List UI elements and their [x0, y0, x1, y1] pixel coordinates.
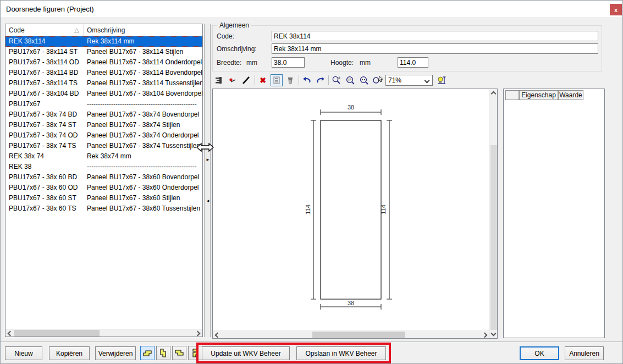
list-item[interactable]: PBU17x67 - 38x 74 TSPaneel BU17x67 - 38x…	[5, 141, 202, 151]
close-icon: x	[614, 7, 618, 13]
column-header-omschrijving[interactable]: Omschrijving	[84, 24, 202, 36]
profile-rotate-0-icon	[142, 349, 152, 357]
profile-rotate-180-button[interactable]	[172, 346, 186, 360]
profile-rotate-270-icon	[191, 348, 200, 358]
list-splitter[interactable]: ► ◄	[204, 24, 211, 337]
trash-button[interactable]	[284, 74, 296, 86]
zoom-level-select[interactable]: 71%	[385, 75, 433, 86]
column-header-code[interactable]: Code	[5, 24, 84, 36]
annuleren-button[interactable]: Annuleren	[565, 346, 604, 360]
property-header-waarde[interactable]: Waarde	[558, 90, 583, 100]
list-item[interactable]: PBU17x67 - 38x 74 ODPaneel BU17x67 - 38x…	[5, 130, 202, 141]
zoom-in-out-icon: ±	[332, 75, 341, 85]
list-item[interactable]: PBU17x67 - 38x 74 BDPaneel BU17x67 - 38x…	[5, 109, 202, 120]
property-header-eigenschap[interactable]: Eigenschap	[519, 90, 558, 100]
list-item[interactable]: REK 38----------------------------------…	[5, 162, 202, 172]
close-button[interactable]: x	[610, 4, 622, 15]
list-item[interactable]: REK 38x114Rek 38x114 mm	[5, 36, 202, 47]
redo-icon	[316, 76, 326, 85]
list-item[interactable]: PBU17x67 - 38x 60 STPaneel BU17x67 - 38x…	[5, 193, 202, 203]
list-item[interactable]: PBU17x67 - 38x114 ODPaneel BU17x67 - 38x…	[5, 57, 202, 68]
profile-rotate-90-icon	[159, 348, 168, 358]
canvas-hscroll-thumb[interactable]	[312, 332, 405, 338]
scroll-right-icon[interactable]	[195, 331, 201, 337]
canvas-horizontal-scrollbar[interactable]	[213, 330, 489, 338]
scroll-left-icon[interactable]	[8, 331, 13, 337]
undo-icon	[302, 76, 312, 85]
hoogte-label: Hoogte:	[330, 59, 354, 67]
code-input[interactable]	[272, 31, 598, 41]
waarde-header-label: Waarde	[559, 91, 582, 99]
hoogte-input[interactable]	[398, 57, 428, 68]
list-item[interactable]: PBU17x67 - 38x104 BDPaneel BU17x67 - 38x…	[5, 89, 202, 99]
chevron-down-icon	[424, 78, 430, 84]
list-item[interactable]: PBU17x67 - 38x 74 STPaneel BU17x67 - 38x…	[5, 120, 202, 130]
insert-point-button[interactable]	[227, 74, 239, 86]
list-item[interactable]: REK 38x 74Rek 38x74 mm	[5, 151, 202, 162]
breedte-label: Breedte:	[217, 59, 241, 67]
draw-pencil-button[interactable]	[240, 74, 252, 86]
breedte-unit: mm	[246, 59, 257, 67]
update-uit-wkv-beheer-button[interactable]: Update uit WKV Beheer	[202, 346, 290, 360]
list-item[interactable]: PBU17x67 - 38x114 BDPaneel BU17x67 - 38x…	[5, 68, 202, 78]
zoom-in-out-button[interactable]: ±	[330, 74, 343, 86]
dimension-visibility-button[interactable]	[435, 74, 448, 86]
trash-icon	[286, 76, 295, 85]
scroll-up-icon[interactable]	[491, 91, 497, 97]
canvas-vscroll-thumb[interactable]	[490, 145, 497, 330]
eigenschap-header-label: Eigenschap	[521, 91, 556, 99]
horizontal-resize-cursor	[196, 142, 214, 152]
delete-element-button[interactable]: ✖	[257, 74, 269, 86]
list-item[interactable]: PBU17x67 - 38x 60 BDPaneel BU17x67 - 38x…	[5, 172, 202, 183]
scroll-down-icon[interactable]	[491, 331, 497, 337]
svg-text:P: P	[349, 78, 351, 82]
profile-rotate-90-button[interactable]	[156, 346, 170, 360]
profile-button[interactable]	[213, 74, 225, 86]
toolbar-separator	[299, 75, 299, 85]
kopieren-button[interactable]: Kopiëren	[49, 346, 90, 360]
dimension-right-label: 114	[380, 205, 387, 214]
omschrijving-input[interactable]	[272, 43, 598, 54]
zoom-page-button[interactable]: P	[344, 74, 356, 86]
svg-text:±: ±	[338, 75, 340, 79]
breedte-input[interactable]	[272, 57, 305, 68]
profile-rotate-270-button[interactable]	[188, 346, 202, 360]
profile-rotate-0-button[interactable]	[140, 346, 155, 360]
list-item[interactable]: PBU17x67--------------------------------…	[5, 99, 202, 109]
property-header-blank[interactable]	[505, 90, 519, 100]
zoom-extents-icon	[359, 75, 369, 85]
ok-button[interactable]: OK	[520, 346, 559, 360]
column-header-omschrijving-label: Omschrijving	[87, 26, 125, 34]
insert-point-icon	[228, 76, 237, 85]
nieuw-button[interactable]: Nieuw	[5, 346, 42, 360]
list-item[interactable]: PBU17x67 - 38x114 STPaneel BU17x67 - 38x…	[5, 47, 202, 57]
window-title: Doorsnede figuren (Project)	[6, 5, 94, 13]
opslaan-in-wkv-beheer-button[interactable]: Opslaan in WKV Beheer	[296, 346, 386, 360]
zoom-window-button[interactable]	[372, 74, 384, 86]
splitter-expand-right-icon[interactable]: ►	[206, 157, 210, 162]
toolbar-separator	[328, 75, 329, 85]
list-horizontal-scrollbar[interactable]	[5, 329, 202, 337]
dimension-left-label: 114	[305, 205, 311, 214]
zoom-level-value: 71%	[388, 76, 401, 84]
redo-button[interactable]	[315, 74, 327, 86]
draw-pencil-icon	[242, 76, 251, 85]
list-item[interactable]: PBU17x67 - 38x114 TSPaneel BU17x67 - 38x…	[5, 78, 202, 89]
list-hscroll-thumb[interactable]	[14, 330, 100, 337]
undo-button[interactable]	[301, 74, 313, 86]
profile-rotate-180-icon	[174, 349, 184, 357]
toolbar-separator	[255, 75, 255, 85]
splitter-collapse-left-icon[interactable]: ◄	[206, 198, 210, 203]
list-header: Code Omschrijving	[5, 24, 202, 36]
list-item[interactable]: PBU17x67 - 38x 60 ODPaneel BU17x67 - 38x…	[5, 183, 202, 193]
drawing-canvas[interactable]: 38 38 114 114	[212, 89, 498, 339]
verwijderen-button[interactable]: Verwijderen	[95, 346, 136, 360]
list-item[interactable]: PBU17x67 - 38x 60 TSPaneel BU17x67 - 38x…	[5, 203, 202, 214]
delete-red-x-icon: ✖	[260, 76, 266, 85]
scroll-left-icon[interactable]	[215, 333, 220, 338]
canvas-vertical-scrollbar[interactable]	[489, 89, 497, 338]
scroll-right-icon[interactable]	[482, 333, 488, 338]
title-bar: Doorsnede figuren (Project) x	[1, 1, 622, 17]
profile-edit-button[interactable]	[271, 74, 283, 86]
zoom-extents-button[interactable]	[358, 74, 370, 86]
